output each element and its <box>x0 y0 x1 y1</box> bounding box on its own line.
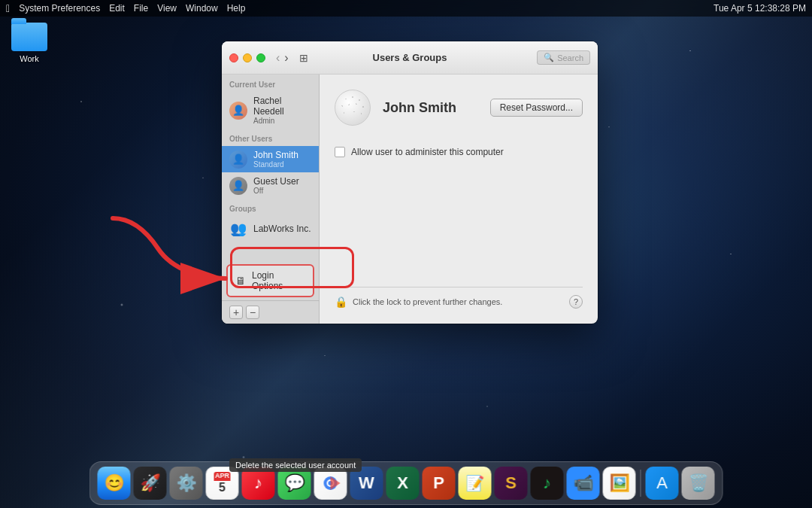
sidebar-item-guest[interactable]: 👤 Guest User Off <box>222 172 319 199</box>
tooltip: Delete the selected user account <box>229 458 362 472</box>
dock-separator <box>641 470 641 497</box>
current-user-label: Current User <box>222 75 319 92</box>
dock-app-slack[interactable]: S <box>495 467 528 500</box>
admin-checkbox-row: Allow user to administer this computer <box>335 147 583 157</box>
sidebar-item-rachel[interactable]: 👤 Rachel Needell Admin <box>222 92 319 129</box>
menu-file[interactable]: Edit <box>109 3 125 14</box>
add-user-button[interactable]: + <box>229 306 243 319</box>
john-avatar: 👤 <box>229 151 247 169</box>
guest-avatar: 👤 <box>229 177 247 195</box>
folder-icon <box>11 23 47 51</box>
rachel-name: Rachel Needell <box>253 96 311 117</box>
window-title: Users & Groups <box>373 52 447 63</box>
menu-view[interactable]: View <box>157 3 177 14</box>
dock: 😊 🚀 ⚙️ APR5 ♪ 💬 <box>89 461 723 505</box>
menu-edit[interactable]: File <box>134 3 148 14</box>
menubar-right: Tue Apr 5 12:38:28 PM <box>714 3 806 14</box>
dock-app-zoom[interactable]: 📹 <box>567 467 600 500</box>
folder-label: Work <box>20 54 38 63</box>
login-options-label: Login Options <box>252 270 305 291</box>
remove-icon: − <box>250 306 256 318</box>
close-button[interactable] <box>229 53 238 62</box>
minimize-button[interactable] <box>243 53 252 62</box>
desktop:  System Preferences Edit File View Wind… <box>0 0 812 508</box>
users-groups-window: ‹ › ⊞ Users & Groups 🔍 Search Current Us… <box>222 41 598 324</box>
dock-app-powerpoint[interactable]: P <box>423 467 456 500</box>
tooltip-text: Delete the selected user account <box>235 461 356 470</box>
dock-app-excel[interactable]: X <box>386 467 420 500</box>
other-users-label: Other Users <box>222 129 319 146</box>
remove-user-button[interactable]: − <box>246 306 259 319</box>
dock-app-launchpad[interactable]: 🚀 <box>134 467 167 500</box>
dock-app-spotify[interactable]: ♪ <box>531 467 564 500</box>
dock-app-trash[interactable]: 🗑️ <box>682 467 715 500</box>
maximize-button[interactable] <box>256 53 265 62</box>
main-content: John Smith Reset Password... Allow user … <box>320 75 598 324</box>
back-arrow[interactable]: ‹ <box>274 51 281 65</box>
menubar-left:  System Preferences Edit File View Wind… <box>6 2 245 14</box>
menubar:  System Preferences Edit File View Wind… <box>0 0 812 17</box>
window-body: Current User 👤 Rachel Needell Admin Othe… <box>222 75 598 324</box>
grid-icon[interactable]: ⊞ <box>299 52 308 64</box>
groups-label: Groups <box>222 199 319 216</box>
guest-role: Off <box>253 187 299 195</box>
guest-name: Guest User <box>253 176 299 187</box>
lock-label: Click the lock to prevent further change… <box>353 297 502 306</box>
selected-user-name: John Smith <box>383 100 456 116</box>
user-header: John Smith Reset Password... <box>335 90 583 126</box>
help-button[interactable]: ? <box>569 295 583 309</box>
titlebar: ‹ › ⊞ Users & Groups 🔍 Search <box>222 41 598 75</box>
sidebar-bottom-buttons: + − <box>222 300 319 324</box>
dock-app-appstore[interactable]: A <box>646 467 679 500</box>
rachel-avatar: 👤 <box>229 102 247 120</box>
dock-app-finder[interactable]: 😊 <box>98 467 131 500</box>
app-name[interactable]: System Preferences <box>19 3 100 14</box>
sidebar-item-labworks[interactable]: 👥 LabWorks Inc. <box>222 216 319 242</box>
lock-icon[interactable]: 🔒 <box>335 296 347 308</box>
search-icon: 🔍 <box>544 53 554 62</box>
labworks-info: LabWorks Inc. <box>253 224 311 234</box>
search-box[interactable]: 🔍 Search <box>537 50 590 65</box>
apple-menu[interactable]:  <box>6 2 10 14</box>
search-placeholder: Search <box>557 53 583 62</box>
guest-info: Guest User Off <box>253 176 299 195</box>
labworks-name: LabWorks Inc. <box>253 224 311 234</box>
menu-clock: Tue Apr 5 12:38:28 PM <box>714 3 806 14</box>
desktop-folder-work[interactable]: Work <box>11 23 47 63</box>
sidebar: Current User 👤 Rachel Needell Admin Othe… <box>222 75 320 324</box>
bottom-bar: 🔒 Click the lock to prevent further chan… <box>335 287 583 309</box>
rachel-info: Rachel Needell Admin <box>253 96 311 125</box>
admin-label: Allow user to administer this computer <box>351 147 504 157</box>
nav-arrows: ‹ › <box>274 51 290 65</box>
forward-arrow[interactable]: › <box>283 51 289 65</box>
sidebar-item-john[interactable]: 👤 John Smith Standard <box>222 146 319 172</box>
traffic-lights <box>229 53 265 62</box>
add-icon: + <box>233 306 239 318</box>
dock-app-photos[interactable]: 🖼️ <box>603 467 636 500</box>
rachel-role: Admin <box>253 117 311 125</box>
admin-checkbox[interactable] <box>335 147 345 157</box>
sidebar-item-login-options[interactable]: 🖥 Login Options <box>226 264 314 297</box>
reset-password-button[interactable]: Reset Password... <box>490 99 583 117</box>
dock-app-system-preferences[interactable]: ⚙️ <box>170 467 203 500</box>
john-name: John Smith <box>253 150 298 160</box>
menu-window[interactable]: Window <box>186 3 218 14</box>
dock-app-notes[interactable]: 📝 <box>459 467 492 500</box>
labworks-avatar: 👥 <box>229 220 247 238</box>
menu-help[interactable]: Help <box>227 3 246 14</box>
john-role: Standard <box>253 160 298 169</box>
john-info: John Smith Standard <box>253 150 298 169</box>
user-photo <box>335 90 371 126</box>
